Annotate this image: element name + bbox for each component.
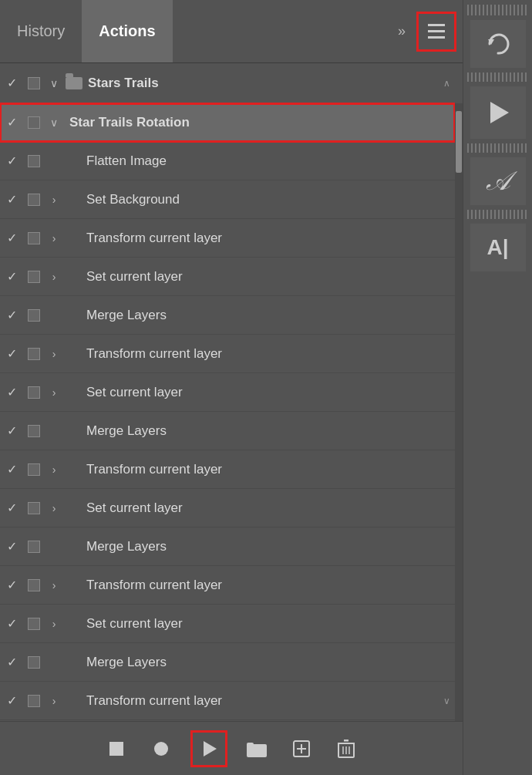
delete-button[interactable] bbox=[331, 733, 362, 764]
checkbox[interactable] bbox=[28, 271, 40, 283]
new-item-button[interactable] bbox=[286, 733, 317, 764]
checkbox-col bbox=[23, 502, 45, 514]
tabs-bar: History Actions » bbox=[0, 0, 463, 63]
bottom-toolbar bbox=[0, 721, 463, 775]
checkbox[interactable] bbox=[28, 695, 40, 707]
row-merge-1[interactable]: ✓ Merge Layers bbox=[0, 296, 455, 335]
checkbox[interactable] bbox=[28, 656, 40, 669]
check-mark: ✓ bbox=[0, 655, 23, 669]
tab-actions[interactable]: Actions bbox=[82, 0, 172, 62]
expand-btn[interactable]: › bbox=[45, 271, 63, 283]
actions-list: ✓ ∨ Stars Trails ∧ ✓ ∨ Star Trails Rotat… bbox=[0, 63, 455, 721]
checkbox[interactable] bbox=[28, 77, 40, 89]
row-transform-3[interactable]: ✓ › Transform current layer bbox=[0, 450, 455, 489]
checkbox[interactable] bbox=[28, 155, 40, 167]
right-panel-divider-mid2 bbox=[467, 143, 528, 153]
row-transform-1[interactable]: ✓ › Transform current layer bbox=[0, 219, 455, 258]
panel-menu-button[interactable] bbox=[416, 12, 456, 52]
undo-icon bbox=[483, 29, 513, 59]
group-row-stars-trails[interactable]: ✓ ∨ Stars Trails ∧ bbox=[0, 63, 455, 103]
scrollbar-thumb[interactable] bbox=[456, 111, 462, 173]
checkbox[interactable] bbox=[28, 618, 40, 630]
row-transform-4[interactable]: ✓ › Transform current layer bbox=[0, 566, 455, 605]
row-transform-5[interactable]: ✓ › Transform current layer ∨ bbox=[0, 682, 455, 720]
check-mark: ✓ bbox=[0, 500, 23, 515]
checkbox-col bbox=[23, 194, 45, 206]
folder-icon-col bbox=[63, 77, 85, 89]
checkbox-col bbox=[23, 77, 45, 89]
checkbox-col bbox=[23, 232, 45, 244]
row-label: Set Background bbox=[63, 192, 452, 207]
checkbox-col bbox=[23, 271, 45, 283]
expand-btn[interactable]: › bbox=[45, 463, 63, 476]
svg-marker-2 bbox=[204, 741, 217, 756]
row-label: Flatten Image bbox=[63, 153, 452, 169]
right-panel-script-btn[interactable]: 𝒜 bbox=[470, 157, 526, 205]
checkbox[interactable] bbox=[28, 309, 40, 322]
check-mark: ✓ bbox=[0, 346, 23, 361]
checkbox[interactable] bbox=[28, 502, 40, 514]
tab-overflow-btn[interactable]: » bbox=[390, 0, 413, 62]
content-area: ✓ ∨ Stars Trails ∧ ✓ ∨ Star Trails Rotat… bbox=[0, 63, 463, 721]
checkbox[interactable] bbox=[28, 541, 40, 553]
expand-btn[interactable]: › bbox=[45, 194, 63, 206]
play-button[interactable] bbox=[190, 730, 227, 767]
right-panel-divider-top bbox=[467, 5, 528, 15]
row-set-current-3[interactable]: ✓ › Set current layer bbox=[0, 489, 455, 527]
checkbox-col bbox=[23, 618, 45, 630]
row-set-current-4[interactable]: ✓ › Set current layer bbox=[0, 605, 455, 643]
checkbox-col bbox=[23, 386, 45, 399]
row-merge-2[interactable]: ✓ Merge Layers bbox=[0, 412, 455, 450]
row-merge-4[interactable]: ✓ Merge Layers bbox=[0, 643, 455, 682]
new-folder-button[interactable] bbox=[241, 733, 272, 764]
checkbox[interactable] bbox=[28, 579, 40, 591]
row-transform-2[interactable]: ✓ › Transform current layer bbox=[0, 335, 455, 373]
action-star-trails-rotation[interactable]: ✓ ∨ Star Trails Rotation bbox=[0, 103, 455, 142]
checkbox[interactable] bbox=[28, 386, 40, 399]
expand-btn[interactable]: › bbox=[45, 618, 63, 630]
row-set-current-2[interactable]: ✓ › Set current layer bbox=[0, 373, 455, 412]
row-label: Merge Layers bbox=[63, 655, 452, 670]
checkbox[interactable] bbox=[28, 348, 40, 360]
row-label: Set current layer bbox=[63, 269, 452, 285]
checkbox[interactable] bbox=[28, 425, 40, 437]
expand-col: ∨ bbox=[45, 116, 63, 129]
expand-btn[interactable]: › bbox=[45, 502, 63, 514]
check-mark: ✓ bbox=[0, 76, 23, 90]
trash-icon bbox=[338, 740, 355, 758]
expand-btn[interactable]: › bbox=[45, 695, 63, 707]
right-panel-divider-mid1 bbox=[467, 72, 528, 82]
expand-btn[interactable]: › bbox=[45, 348, 63, 360]
expand-btn[interactable]: › bbox=[45, 386, 63, 399]
group-label: Stars Trails bbox=[85, 76, 441, 91]
checkbox-col bbox=[23, 425, 45, 437]
hamburger-icon bbox=[428, 24, 445, 39]
row-label: Merge Layers bbox=[63, 539, 452, 554]
folder-icon bbox=[66, 77, 82, 89]
record-button[interactable] bbox=[146, 733, 177, 764]
svg-point-1 bbox=[154, 742, 168, 756]
scrollbar-track[interactable] bbox=[455, 103, 463, 721]
checkbox[interactable] bbox=[28, 463, 40, 476]
row-label: Merge Layers bbox=[63, 308, 452, 323]
check-mark: ✓ bbox=[0, 385, 23, 399]
play-large-icon bbox=[484, 99, 512, 126]
tab-history[interactable]: History bbox=[0, 0, 82, 62]
check-mark: ✓ bbox=[0, 462, 23, 477]
row-set-current-1[interactable]: ✓ › Set current layer bbox=[0, 258, 455, 296]
check-mark: ✓ bbox=[0, 539, 23, 554]
checkbox[interactable] bbox=[28, 194, 40, 206]
row-flatten-image[interactable]: ✓ Flatten Image bbox=[0, 142, 455, 180]
right-panel-play-btn[interactable] bbox=[470, 86, 526, 139]
right-panel-text-btn[interactable]: A| bbox=[470, 224, 526, 271]
checkbox[interactable] bbox=[28, 232, 40, 244]
check-mark: ✓ bbox=[0, 693, 23, 708]
expand-btn[interactable]: › bbox=[45, 579, 63, 591]
stop-button[interactable] bbox=[101, 733, 132, 764]
right-panel-undo-btn[interactable] bbox=[470, 20, 526, 68]
checkbox[interactable] bbox=[28, 116, 40, 129]
row-set-background[interactable]: ✓ › Set Background bbox=[0, 180, 455, 219]
expand-btn[interactable]: › bbox=[45, 232, 63, 244]
check-mark: ✓ bbox=[0, 269, 23, 284]
row-merge-3[interactable]: ✓ Merge Layers bbox=[0, 527, 455, 566]
